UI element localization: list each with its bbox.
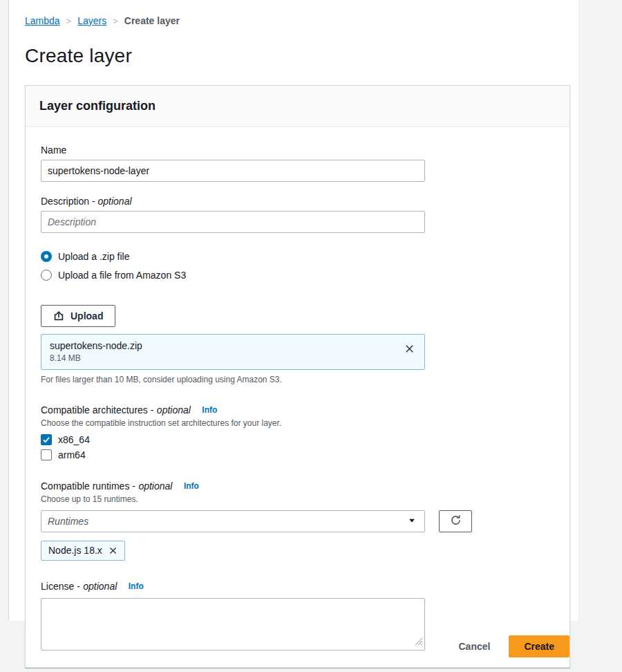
breadcrumb-separator: > [66,16,72,26]
checkbox-checked-icon[interactable] [41,434,52,445]
remove-file-icon[interactable] [403,342,416,357]
radio-option-label: Upload a file from Amazon S3 [58,270,186,281]
remove-runtime-icon[interactable] [109,546,117,555]
runtimes-optional-text: optional [138,480,172,492]
license-textarea[interactable] [41,598,425,651]
breadcrumb-link-layers[interactable]: Layers [77,15,106,26]
architectures-help-text: Choose the compatible instruction set ar… [41,418,554,428]
radio-unselected-icon[interactable] [41,270,52,281]
create-button[interactable]: Create [509,635,569,657]
page-title: Create layer [25,45,578,67]
architectures-optional-text: optional [157,404,191,416]
layer-configuration-card: Layer configuration Name Description - o… [25,85,570,668]
description-input[interactable] [41,211,425,233]
file-size-helper-text: For files larger than 10 MB, consider up… [41,375,554,384]
file-name: supertokens-node.zip [50,340,416,351]
runtimes-help-text: Choose up to 15 runtimes. [41,494,554,504]
content-panel: Lambda > Layers > Create layer Create la… [8,0,579,621]
runtime-token: Node.js 18.x [41,541,125,561]
license-label: License - [41,581,80,592]
card-title: Layer configuration [39,99,556,113]
breadcrumb-current: Create layer [124,15,180,26]
description-label-text: Description - [41,196,95,207]
name-label: Name [41,144,554,156]
upload-button[interactable]: Upload [41,305,115,327]
runtimes-label: Compatible runtimes - [41,480,135,492]
checkbox-option-label: arm64 [58,449,86,460]
runtime-token-label: Node.js 18.x [48,545,102,556]
checkbox-option-x86_64[interactable]: x86_64 [41,434,554,445]
chevron-down-icon [408,515,416,528]
breadcrumb-separator: > [113,16,118,26]
checkbox-option-arm64[interactable]: arm64 [41,449,554,460]
form-actions: Cancel Create [458,635,569,657]
card-header: Layer configuration [26,86,569,127]
upload-icon [53,310,64,321]
architectures-options: x86_64 arm64 [41,434,554,460]
breadcrumb: Lambda > Layers > Create layer [25,15,578,26]
description-label: Description - optional [41,196,554,207]
breadcrumb-link-lambda[interactable]: Lambda [25,15,60,26]
name-input[interactable] [41,160,425,182]
license-optional-text: optional [83,581,117,592]
cancel-button[interactable]: Cancel [458,641,490,652]
description-field-group: Description - optional [41,196,554,233]
runtimes-select-row: Runtimes [41,510,554,532]
refresh-icon [450,514,462,528]
architectures-info-link[interactable]: Info [202,405,217,415]
card-body: Name Description - optional Upload a .zi… [26,127,569,667]
checkbox-unchecked-icon[interactable] [41,449,52,460]
runtimes-select-placeholder: Runtimes [48,516,88,527]
architectures-section: Compatible architectures - optional Info… [41,404,554,460]
upload-button-label: Upload [70,310,103,321]
license-info-link[interactable]: Info [129,581,144,591]
refresh-runtimes-button[interactable] [439,510,472,532]
architectures-label: Compatible architectures - [41,404,153,416]
name-field-group: Name [41,144,554,182]
runtimes-select[interactable]: Runtimes [41,510,425,532]
upload-source-radio-group: Upload a .zip file Upload a file from Am… [41,251,554,281]
radio-selected-icon[interactable] [41,251,52,262]
runtimes-info-link[interactable]: Info [184,481,199,491]
runtimes-section: Compatible runtimes - optional Info Choo… [41,480,554,561]
radio-option-zip[interactable]: Upload a .zip file [41,251,554,262]
checkbox-option-label: x86_64 [58,434,90,445]
radio-option-s3[interactable]: Upload a file from Amazon S3 [41,270,554,281]
radio-option-label: Upload a .zip file [58,251,130,262]
description-optional-text: optional [97,196,131,207]
file-size: 8.14 MB [50,353,416,363]
selected-file-chip: supertokens-node.zip 8.14 MB [41,334,425,370]
